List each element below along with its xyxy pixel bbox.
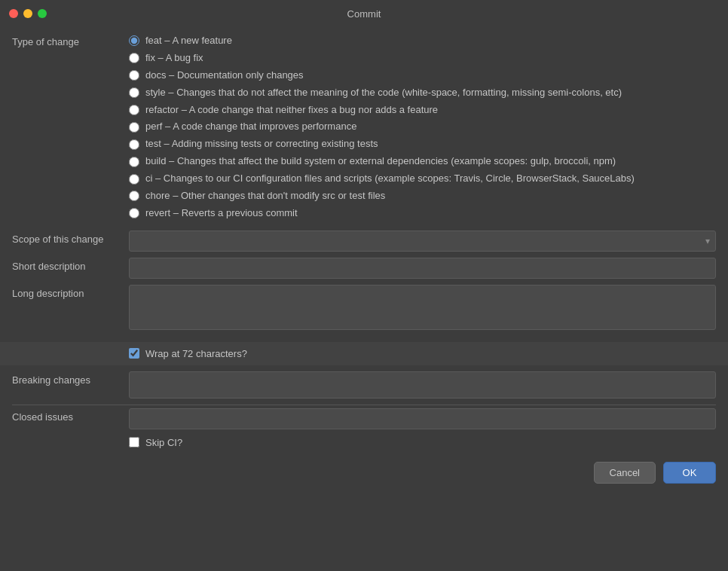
wrap-row: Wrap at 72 characters? [0, 342, 728, 365]
button-row: Cancel OK [0, 453, 728, 490]
closed-issues-input[interactable] [129, 408, 716, 429]
closed-issues-label: Closed issues [12, 408, 129, 423]
wrap-label: Wrap at 72 characters? [145, 348, 247, 359]
close-button[interactable] [9, 9, 18, 18]
commit-dialog: Commit Type of change feat – A new featu… [0, 0, 728, 571]
radio-test[interactable] [129, 139, 139, 150]
radio-docs[interactable] [129, 70, 139, 81]
breaking-changes-section: Breaking changes [0, 365, 728, 405]
short-desc-label: Short description [12, 258, 129, 272]
radio-label-perf: perf – A code change that improves perfo… [145, 121, 356, 133]
skip-ci-row: Skip CI? [0, 432, 728, 453]
cancel-button[interactable]: Cancel [594, 462, 656, 484]
radio-label-chore: chore – Other changes that don't modify … [145, 190, 385, 203]
short-desc-row: Short description [0, 255, 728, 282]
radio-item-revert[interactable]: revert – Reverts a previous commit [129, 206, 716, 221]
type-of-change-label: Type of change [12, 33, 129, 47]
radio-label-docs: docs – Documentation only changes [145, 69, 304, 82]
radio-item-feat[interactable]: feat – A new feature [129, 33, 716, 49]
ok-button[interactable]: OK [663, 462, 716, 484]
scope-row: Scope of this change [0, 227, 728, 255]
radio-label-feat: feat – A new feature [145, 35, 232, 47]
wrap-checkbox[interactable] [129, 348, 139, 359]
radio-label-revert: revert – Reverts a previous commit [145, 207, 298, 220]
radio-item-perf[interactable]: perf – A code change that improves perfo… [129, 119, 716, 135]
radio-build[interactable] [129, 157, 139, 167]
wrap-checkbox-item[interactable]: Wrap at 72 characters? [129, 348, 716, 359]
short-desc-input[interactable] [129, 258, 716, 279]
radio-label-style: style – Changes that do not affect the m… [145, 87, 622, 99]
radio-label-test: test – Adding missing tests or correctin… [145, 138, 378, 151]
maximize-button[interactable] [38, 9, 47, 18]
skip-ci-checkbox[interactable] [129, 437, 139, 447]
radio-fix[interactable] [129, 53, 139, 63]
radio-label-build: build – Changes that affect the build sy… [145, 155, 616, 168]
scope-label: Scope of this change [12, 231, 129, 245]
radio-item-docs[interactable]: docs – Documentation only changes [129, 68, 716, 84]
breaking-changes-area[interactable] [129, 371, 716, 398]
radio-style[interactable] [129, 87, 139, 98]
radio-item-fix[interactable]: fix – A bug fix [129, 50, 716, 66]
radio-feat[interactable] [129, 35, 139, 46]
type-of-change-radio-group: feat – A new feature fix – A bug fix doc… [129, 33, 716, 221]
window-controls [9, 9, 47, 18]
closed-issues-row: Closed issues [0, 405, 728, 432]
radio-item-refactor[interactable]: refactor – A code change that neither fi… [129, 102, 716, 118]
long-desc-label: Long description [12, 285, 129, 299]
radio-label-refactor: refactor – A code change that neither fi… [145, 104, 438, 117]
radio-refactor[interactable] [129, 105, 139, 115]
radio-item-build[interactable]: build – Changes that affect the build sy… [129, 154, 716, 169]
long-desc-section: Long description [0, 282, 728, 342]
radio-item-chore[interactable]: chore – Other changes that don't modify … [129, 188, 716, 204]
radio-ci[interactable] [129, 174, 139, 185]
radio-label-ci: ci – Changes to our CI configuration fil… [145, 173, 635, 185]
radio-label-fix: fix – A bug fix [145, 52, 203, 65]
skip-ci-checkbox-item[interactable]: Skip CI? [129, 437, 716, 448]
skip-ci-label: Skip CI? [145, 437, 182, 448]
dialog-content: Type of change feat – A new feature fix … [0, 27, 728, 571]
radio-item-ci[interactable]: ci – Changes to our CI configuration fil… [129, 171, 716, 187]
radio-revert[interactable] [129, 208, 139, 218]
radio-item-style[interactable]: style – Changes that do not affect the m… [129, 85, 716, 101]
scope-select[interactable] [129, 231, 716, 252]
short-desc-control [129, 258, 716, 279]
title-bar: Commit [0, 0, 728, 27]
radio-item-test[interactable]: test – Adding missing tests or correctin… [129, 136, 716, 152]
radio-perf[interactable] [129, 122, 139, 133]
breaking-changes-label: Breaking changes [12, 371, 129, 386]
radio-chore[interactable] [129, 191, 139, 201]
dialog-title: Commit [347, 8, 381, 20]
scope-wrapper [129, 231, 716, 252]
long-desc-area[interactable] [129, 285, 716, 330]
type-of-change-section: Type of change feat – A new feature fix … [0, 27, 728, 227]
minimize-button[interactable] [23, 9, 32, 18]
closed-issues-control [129, 408, 716, 429]
